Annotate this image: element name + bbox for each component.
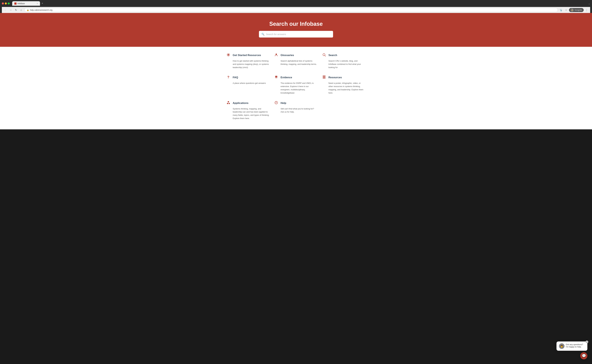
evidence-icon <box>274 75 279 80</box>
svg-point-0 <box>276 54 277 55</box>
category-desc-resources: Need a poster, infographic, video, or ot… <box>322 82 365 94</box>
svg-rect-10 <box>227 103 228 104</box>
category-header-glossaries: Glossaries <box>274 53 318 58</box>
category-desc-glossaries: Search alphabetical lists of systems thi… <box>274 59 318 66</box>
category-desc-applications: Systems thinking, mapping, and leadershi… <box>227 107 270 120</box>
tab-favicon <box>14 2 17 5</box>
category-item-get-started[interactable]: Get Started Resources How to get started… <box>227 53 270 69</box>
category-title-resources: Resources <box>328 76 342 79</box>
cast-icon[interactable]: 📡 <box>559 8 563 12</box>
resources-icon <box>322 75 326 80</box>
category-desc-get-started: How to get started with systems thinking… <box>227 59 270 69</box>
category-header-resources: Resources <box>322 75 365 80</box>
category-title-faq: FAQ <box>233 76 238 79</box>
close-window-button[interactable] <box>2 2 4 5</box>
category-header-help: ? Help <box>274 101 318 105</box>
svg-rect-9 <box>323 78 325 78</box>
tabs-row: InfoBase × + <box>12 1 587 6</box>
category-item-evidence[interactable]: Evidence The evidence for DSRP and VMCL … <box>274 75 318 94</box>
category-title-help: Help <box>280 102 286 105</box>
category-desc-help: Still can't find what you're looking for… <box>274 107 318 114</box>
svg-rect-8 <box>323 77 325 77</box>
traffic-lights <box>2 2 10 5</box>
category-header-faq: ? FAQ <box>227 75 270 80</box>
category-header-get-started: Get Started Resources <box>227 53 270 58</box>
search-input[interactable]: Search for answers <box>266 33 286 35</box>
svg-rect-12 <box>228 101 229 102</box>
tab-close-button[interactable]: × <box>37 2 38 5</box>
minimize-window-button[interactable] <box>5 2 7 5</box>
nav-actions: 📡 ☆ 🕵 Incognito ⋮ <box>559 8 589 12</box>
faq-icon: ? <box>227 75 231 80</box>
help-icon: ? <box>274 101 279 105</box>
glossaries-icon <box>274 53 279 58</box>
home-button[interactable]: ⌂ <box>19 8 23 12</box>
incognito-avatar: 🕵 <box>571 8 574 12</box>
category-title-glossaries: Glossaries <box>280 54 294 57</box>
category-item-resources[interactable]: Resources Need a poster, infographic, vi… <box>322 75 365 94</box>
new-tab-button[interactable]: + <box>40 1 45 6</box>
category-item-glossaries[interactable]: Glossaries Search alphabetical lists of … <box>274 53 318 69</box>
applications-icon <box>227 101 231 105</box>
svg-point-6 <box>275 77 278 78</box>
reload-button[interactable]: ↻ <box>14 8 18 12</box>
bookmark-icon[interactable]: ☆ <box>564 8 568 12</box>
search-icon: 🔍 <box>261 33 265 36</box>
category-title-applications: Applications <box>233 102 248 105</box>
category-title-get-started: Get Started Resources <box>233 54 261 57</box>
categories-section: Get Started Resources How to get started… <box>0 47 592 129</box>
category-item-faq[interactable]: ? FAQ A place where questions get answer… <box>227 75 270 94</box>
search-bar[interactable]: 🔍 Search for answers <box>259 31 333 38</box>
forward-button[interactable]: → <box>9 8 13 12</box>
browser-navbar: ← → ↻ ⌂ 🔒 help.cabreraresearch.org 📡 ☆ 🕵… <box>2 7 590 13</box>
category-desc-faq: A place where questions get answers <box>227 82 270 85</box>
categories-grid: Get Started Resources How to get started… <box>227 53 365 120</box>
svg-text:?: ? <box>275 101 277 104</box>
url-text: help.cabreraresearch.org <box>30 9 52 11</box>
category-item-help[interactable]: ? Help Still can't find what you're look… <box>274 101 318 120</box>
category-item-search[interactable]: Search Search CRL's website, blog, and I… <box>322 53 365 69</box>
svg-line-2 <box>325 56 326 57</box>
svg-rect-11 <box>229 103 230 104</box>
url-bar[interactable]: 🔒 help.cabreraresearch.org <box>24 8 558 12</box>
incognito-badge[interactable]: 🕵 Incognito <box>569 8 584 12</box>
active-tab[interactable]: InfoBase × <box>12 1 40 6</box>
incognito-label: Incognito <box>575 9 582 11</box>
hero-section: Search our Infobase 🔍 Search for answers <box>0 13 592 47</box>
svg-text:?: ? <box>227 75 229 79</box>
category-item-applications[interactable]: Applications Systems thinking, mapping, … <box>227 101 270 120</box>
category-title-evidence: Evidence <box>280 76 292 79</box>
svg-rect-7 <box>323 76 325 76</box>
category-header-evidence: Evidence <box>274 75 318 80</box>
tabs-chevron-icon[interactable]: ⌄ <box>588 2 590 5</box>
get-started-icon <box>227 53 231 58</box>
maximize-window-button[interactable] <box>8 2 10 5</box>
page-content: Search our Infobase 🔍 Search for answers… <box>0 13 592 129</box>
browser-chrome: InfoBase × + ⌄ ← → ↻ ⌂ 🔒 help.cabrerares… <box>0 0 592 13</box>
category-header-search: Search <box>322 53 365 58</box>
back-button[interactable]: ← <box>3 8 7 12</box>
category-title-search: Search <box>328 54 337 57</box>
category-desc-search: Search CRL's website, blog, and InfoBase… <box>322 59 365 69</box>
category-header-applications: Applications <box>227 101 270 105</box>
category-desc-evidence: The evidence for DSRP and VMCL is extens… <box>274 82 318 94</box>
search-icon <box>322 53 326 58</box>
tab-title: InfoBase <box>17 2 25 5</box>
lock-icon: 🔒 <box>27 9 29 11</box>
page-title: Search our Infobase <box>3 21 589 27</box>
menu-button[interactable]: ⋮ <box>585 8 589 12</box>
